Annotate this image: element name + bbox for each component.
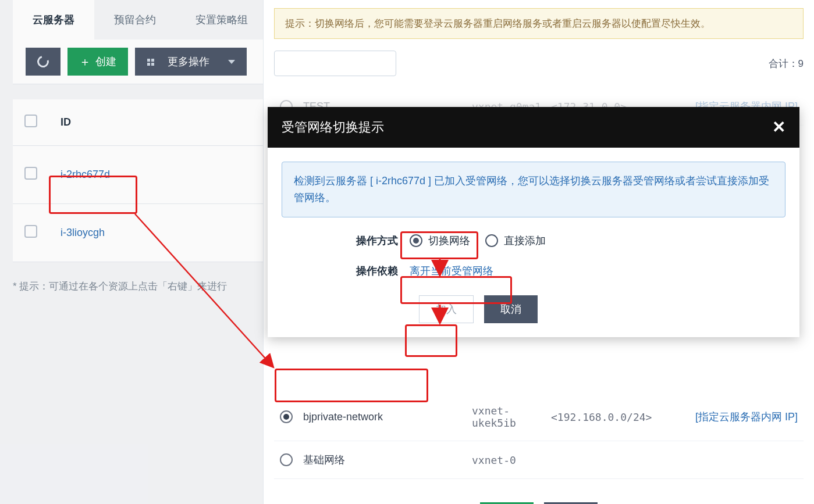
radio-icon[interactable] bbox=[280, 410, 293, 423]
op-mode-label: 操作方式 bbox=[282, 234, 410, 248]
mask bbox=[0, 0, 263, 504]
op-dep-label: 操作依赖 bbox=[282, 264, 410, 278]
modal-title: 受管网络切换提示 bbox=[282, 119, 384, 136]
radio-switch-network[interactable]: 切换网络 bbox=[410, 234, 470, 248]
network-row-bjprivate[interactable]: bjprivate-network vxnet-ukek5ib <192.168… bbox=[274, 393, 804, 441]
tip-banner: 提示：切换网络后，您可能需要登录云服务器重启网络服务或者重启云服务器以使配置尽快… bbox=[274, 8, 804, 39]
specify-ip-link[interactable]: [指定云服务器内网 IP] bbox=[695, 410, 798, 424]
radio-icon bbox=[410, 234, 422, 247]
total-count: 合计：9 bbox=[769, 57, 804, 70]
network-search-input[interactable] bbox=[274, 51, 396, 76]
close-icon[interactable]: ✕ bbox=[772, 119, 785, 135]
leave-network-link[interactable]: 离开当前受管网络 bbox=[410, 264, 493, 278]
modal-cancel-button[interactable]: 取消 bbox=[484, 295, 538, 323]
join-button[interactable]: 加入 bbox=[419, 295, 474, 323]
network-row-basic[interactable]: 基础网络 vxnet-0 bbox=[274, 441, 804, 479]
radio-icon[interactable] bbox=[280, 453, 293, 466]
radio-icon bbox=[485, 234, 498, 247]
switch-network-modal: 受管网络切换提示 ✕ 检测到云服务器 [ i-2rhc677d ] 已加入受管网… bbox=[268, 107, 799, 337]
radio-direct-add[interactable]: 直接添加 bbox=[485, 234, 546, 248]
modal-header: 受管网络切换提示 ✕ bbox=[268, 107, 799, 148]
modal-info: 检测到云服务器 [ i-2rhc677d ] 已加入受管网络，您可以选择切换云服… bbox=[282, 162, 785, 217]
